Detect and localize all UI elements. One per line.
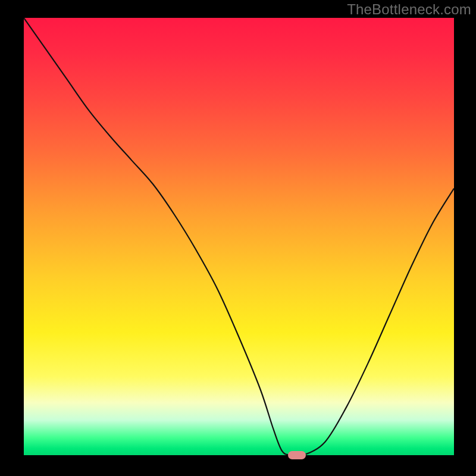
watermark-text: TheBottleneck.com — [347, 1, 471, 18]
plot-area — [24, 18, 454, 455]
chart-frame: TheBottleneck.com — [0, 0, 476, 476]
bottleneck-curve — [24, 18, 454, 455]
current-point-marker — [288, 451, 306, 459]
curve-svg — [24, 18, 454, 455]
